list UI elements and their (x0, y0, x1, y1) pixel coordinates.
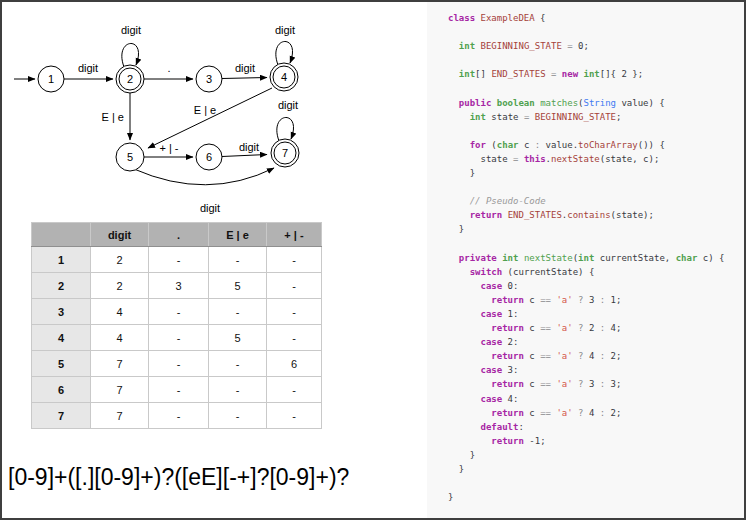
code-line: } (448, 448, 744, 462)
column-header (32, 223, 91, 247)
code-line (448, 25, 744, 39)
edge-5-7 (134, 168, 274, 185)
row-label: 1 (32, 247, 91, 273)
code-line: private int nextState(int currentState, … (448, 251, 744, 265)
regex-text: [0-9]+([.][0-9]+)?([eE][-+]?[0-9]+)? (8, 464, 349, 491)
code-line: // Pseudo-Code (448, 194, 744, 208)
transition-cell: 5 (209, 325, 267, 351)
transition-cell: 4 (91, 299, 149, 325)
code-panel: class ExampleDEA { int BEGINNING_STATE =… (427, 2, 744, 518)
transition-cell: 5 (209, 273, 267, 299)
self-loop-2-label: digit (121, 24, 141, 36)
edge-3-4 (222, 78, 267, 79)
state-2: 2 (116, 65, 144, 93)
code-line: case 0: (448, 279, 744, 293)
edge-6-7-label: digit (239, 141, 259, 153)
code-line (448, 237, 744, 251)
transition-cell: - (149, 403, 209, 429)
edge-2-3-label: . (167, 62, 170, 74)
row-label: 2 (32, 273, 91, 299)
state-1-label: 1 (48, 73, 54, 85)
row-label: 5 (32, 351, 91, 377)
page: 1 2 3 4 5 6 7 digit . digit digit (0, 0, 746, 520)
code-line (448, 124, 744, 138)
code-line: int state = BEGINNING_STATE; (448, 110, 744, 124)
code-line: int[] END_STATES = new int[]{ 2 }; (448, 67, 744, 81)
transition-cell: 7 (91, 403, 149, 429)
code-line (448, 476, 744, 490)
table-row: 12--- (32, 247, 322, 273)
code-line: return c == 'a' ? 2 : 4; (448, 321, 744, 335)
code-line: class ExampleDEA { (448, 11, 744, 25)
state-4-label: 4 (281, 71, 287, 83)
state-7: 7 (271, 139, 299, 167)
transition-cell: 3 (149, 273, 209, 299)
transition-cell: - (267, 403, 322, 429)
transition-cell: - (267, 299, 322, 325)
transition-cell: - (149, 299, 209, 325)
code-line: } (448, 462, 744, 476)
code-line: case 2: (448, 335, 744, 349)
transition-cell: 7 (91, 377, 149, 403)
transition-table: digit.E | e+ | - 12---2235-34---44-5-57-… (31, 222, 322, 429)
table-row: 57--6 (32, 351, 322, 377)
code-line: switch (currentState) { (448, 265, 744, 279)
transition-cell: - (267, 325, 322, 351)
code-line: return c == 'a' ? 4 : 2; (448, 406, 744, 420)
self-loop-7 (277, 117, 294, 141)
transition-cell: 7 (91, 351, 149, 377)
column-header: E | e (209, 223, 267, 247)
transition-cell: - (209, 299, 267, 325)
transition-cell: - (209, 247, 267, 273)
state-3: 3 (196, 66, 222, 92)
column-header: digit (91, 223, 149, 247)
edge-5-6-label: + | - (159, 142, 178, 154)
code-line (448, 81, 744, 95)
code-line: case 1: (448, 307, 744, 321)
code-line: case 4: (448, 392, 744, 406)
code-line: } (448, 490, 744, 504)
row-label: 6 (32, 377, 91, 403)
code-line: case 3: (448, 363, 744, 377)
state-1: 1 (38, 66, 64, 92)
row-label: 3 (32, 299, 91, 325)
transition-cell: - (149, 325, 209, 351)
edge-4-5 (148, 88, 272, 148)
edge-2-5-label: E | e (102, 111, 124, 123)
transition-cell: 2 (91, 247, 149, 273)
state-2-label: 2 (127, 73, 133, 85)
self-loop-4-label: digit (275, 24, 295, 36)
column-header: + | - (267, 223, 322, 247)
transition-cell: - (149, 247, 209, 273)
self-loop-4 (276, 41, 293, 65)
state-3-label: 3 (206, 73, 212, 85)
code-line: } (448, 166, 744, 180)
table-row: 77--- (32, 403, 322, 429)
table-row: 44-5- (32, 325, 322, 351)
transition-cell: - (149, 351, 209, 377)
edge-3-4-label: digit (235, 62, 255, 74)
row-label: 7 (32, 403, 91, 429)
transition-cell: - (209, 403, 267, 429)
code-line (448, 53, 744, 67)
state-5: 5 (116, 143, 144, 171)
transition-cell: - (209, 377, 267, 403)
edge-5-7-label: digit (200, 202, 220, 214)
self-loop-7-label: digit (278, 99, 298, 111)
dfa-state-diagram: 1 2 3 4 5 6 7 digit . digit digit (2, 2, 432, 222)
row-label: 4 (32, 325, 91, 351)
code-line: default: (448, 420, 744, 434)
code-line: int BEGINNING_STATE = 0; (448, 39, 744, 53)
table-row: 34--- (32, 299, 322, 325)
code-line: return END_STATES.contains(state); (448, 208, 744, 222)
column-header: . (149, 223, 209, 247)
code-line: public boolean matches(String value) { (448, 96, 744, 110)
code-line: return c == 'a' ? 3 : 1; (448, 293, 744, 307)
edge-4-5-label: E | e (194, 104, 216, 116)
transition-cell: - (149, 377, 209, 403)
transition-cell: 2 (91, 273, 149, 299)
state-6-label: 6 (206, 151, 212, 163)
transition-cell: 4 (91, 325, 149, 351)
transition-cell: - (209, 351, 267, 377)
code-line: return c == 'a' ? 3 : 3; (448, 377, 744, 391)
